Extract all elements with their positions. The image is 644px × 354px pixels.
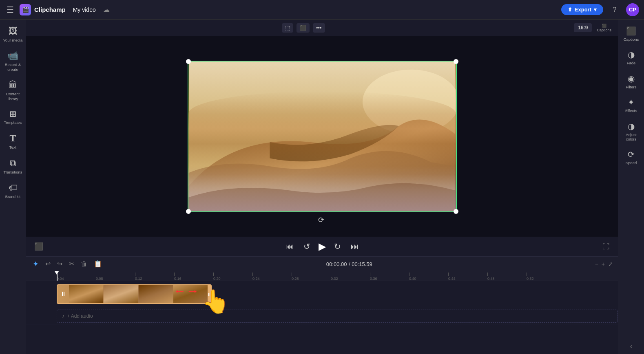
user-avatar[interactable]: CP	[626, 3, 639, 16]
right-sidebar-item-effects[interactable]: ✦ Effects	[620, 94, 643, 116]
captions-button[interactable]: ⬛ Captions	[597, 24, 611, 32]
transitions-icon: ⧉	[10, 158, 16, 169]
sidebar-item-label: Your media	[3, 38, 23, 42]
redo-button[interactable]: ↪	[55, 259, 64, 268]
preview-toolbar: ⬚ ⬛ ••• 16:9 ⬛ Captions	[26, 20, 618, 36]
undo-button[interactable]: ↩	[44, 259, 52, 268]
hamburger-button[interactable]: ☰	[5, 3, 15, 16]
skip-back-button[interactable]: ⏮	[284, 240, 295, 253]
video-track-content[interactable]: Aerial view of desert ⏸	[57, 281, 618, 307]
sidebar-item-record-create[interactable]: 📹 Record &create	[1, 47, 25, 75]
resize-handle-br[interactable]	[454, 209, 458, 214]
zoom-controls: − + ⤢	[595, 261, 613, 267]
svg-point-1	[362, 69, 456, 134]
zoom-out-button[interactable]: −	[595, 261, 598, 267]
fit-timeline-button[interactable]: ⤢	[608, 261, 613, 267]
right-sidebar-item-captions[interactable]: ⬛ Captions	[620, 23, 643, 45]
more-options-button[interactable]: •••	[313, 23, 325, 33]
fullscreen-button[interactable]: ⛶	[601, 241, 611, 253]
sidebar-item-templates[interactable]: ⊞ Templates	[1, 106, 25, 128]
right-sidebar-label: Filters	[626, 85, 637, 89]
resize-handle-bl[interactable]	[186, 209, 191, 214]
clip-end-handle[interactable]: ⏸	[208, 285, 211, 303]
video-clip[interactable]: Aerial view of desert ⏸	[57, 284, 212, 304]
right-sidebar-label: Effects	[625, 108, 637, 113]
clip-frame	[69, 285, 103, 303]
subtitle-button[interactable]: ⬛	[33, 240, 45, 253]
timeline-tools: ✦ ↩ ↪ ✂ 🗑 📋	[31, 259, 104, 269]
skip-forward-button[interactable]: ⏭	[349, 240, 361, 253]
right-sidebar-item-fade[interactable]: ◑ Fade	[620, 46, 643, 68]
right-sidebar-label: Fade	[627, 61, 636, 65]
ruler-label: 0:32	[331, 277, 338, 281]
ruler-tick	[252, 273, 253, 276]
timeline-tracks[interactable]: Aerial view of desert ⏸	[26, 281, 618, 354]
fade-icon: ◑	[628, 50, 635, 59]
copy-button[interactable]: 📋	[92, 259, 104, 268]
effects-icon: ✦	[628, 97, 635, 107]
export-button[interactable]: ⬆ Export ▾	[561, 4, 603, 15]
resize-handle-tr[interactable]	[454, 59, 458, 64]
fast-forward-button[interactable]: ↻	[332, 240, 343, 253]
clip-frame	[173, 285, 208, 303]
help-button[interactable]: ?	[608, 3, 621, 16]
right-sidebar: ⬛ Captions ◑ Fade ◉ Filters ✦ Effects ◑ …	[618, 20, 644, 354]
right-sidebar-label: Adjustcolors	[626, 132, 636, 142]
sidebar-item-your-media[interactable]: 🖼 Your media	[1, 23, 25, 46]
cut-button[interactable]: ✂	[67, 259, 76, 268]
right-sidebar-collapse-button[interactable]: ›	[630, 343, 632, 351]
ruler-tick	[213, 273, 214, 276]
export-label: Export	[575, 7, 591, 13]
audio-track: ♪ + Add audio	[26, 307, 618, 325]
sidebar-item-transitions[interactable]: ⧉ Transitions	[1, 155, 25, 178]
sidebar-item-label: Transitions	[3, 170, 22, 174]
templates-icon: ⊞	[9, 109, 16, 119]
sidebar-item-label: Text	[9, 145, 16, 150]
video-frame[interactable]: ⟳	[188, 61, 457, 212]
left-sidebar: 🖼 Your media 📹 Record &create 🏛 Contentl…	[0, 20, 26, 354]
aspect-ratio-button[interactable]: 16:9	[574, 23, 592, 32]
ruler-mark: 0:24	[252, 273, 292, 281]
add-to-timeline-button[interactable]: ✦	[31, 259, 40, 269]
ruler-tick	[174, 273, 175, 276]
layout-tool-button[interactable]: ⬛	[297, 23, 310, 33]
ruler-label: 0:44	[448, 277, 456, 281]
ruler-label: 0:28	[292, 277, 299, 281]
ruler-mark: 0:04	[57, 273, 96, 281]
text-icon: T	[9, 133, 16, 144]
right-sidebar-item-speed[interactable]: ⟳ Speed	[620, 146, 643, 168]
rewind-button[interactable]: ↺	[302, 240, 312, 253]
sidebar-item-text[interactable]: T Text	[1, 130, 25, 153]
add-audio-button[interactable]: ♪ + Add audio	[57, 310, 618, 323]
play-button[interactable]: ▶	[319, 241, 326, 252]
ruler-tick	[409, 273, 409, 276]
preview-tools: ⬚ ⬛ •••	[282, 23, 325, 33]
right-sidebar-item-adjust-colors[interactable]: ◑ Adjustcolors	[620, 118, 643, 145]
sidebar-item-brand-kit[interactable]: 🏷 Brand kit	[1, 179, 25, 202]
ruler-label: 0:16	[174, 277, 181, 281]
main-area: 🖼 Your media 📹 Record &create 🏛 Contentl…	[0, 20, 644, 354]
rotation-handle[interactable]: ⟳	[318, 215, 326, 224]
zoom-in-button[interactable]: +	[602, 261, 605, 267]
ruler-mark: 0:52	[527, 273, 566, 281]
cloud-save-icon: ☁	[103, 6, 110, 13]
total-time: 00:15.59	[352, 261, 372, 267]
ruler-label: 0:36	[370, 277, 377, 281]
ruler-tick	[448, 273, 449, 276]
ruler-marks: 0:04 0:08 0:12 0:16	[26, 271, 618, 281]
ruler-mark: 0:48	[487, 273, 527, 281]
ruler-tick	[487, 273, 488, 276]
playhead[interactable]	[57, 271, 58, 281]
sidebar-item-content-library[interactable]: 🏛 Contentlibrary	[1, 77, 25, 104]
captions-sidebar-icon: ⬛	[626, 26, 636, 36]
video-title-input[interactable]: My video	[70, 5, 99, 15]
your-media-icon: 🖼	[9, 26, 18, 37]
delete-button[interactable]: 🗑	[79, 259, 89, 268]
resize-handle-tl[interactable]	[186, 59, 191, 64]
filters-icon: ◉	[628, 74, 635, 84]
right-sidebar-item-filters[interactable]: ◉ Filters	[620, 70, 643, 92]
captions-label: Captions	[597, 28, 611, 32]
crop-tool-button[interactable]: ⬚	[282, 23, 293, 33]
ruler-label: 0:48	[487, 277, 495, 281]
ruler-tick	[370, 273, 370, 276]
